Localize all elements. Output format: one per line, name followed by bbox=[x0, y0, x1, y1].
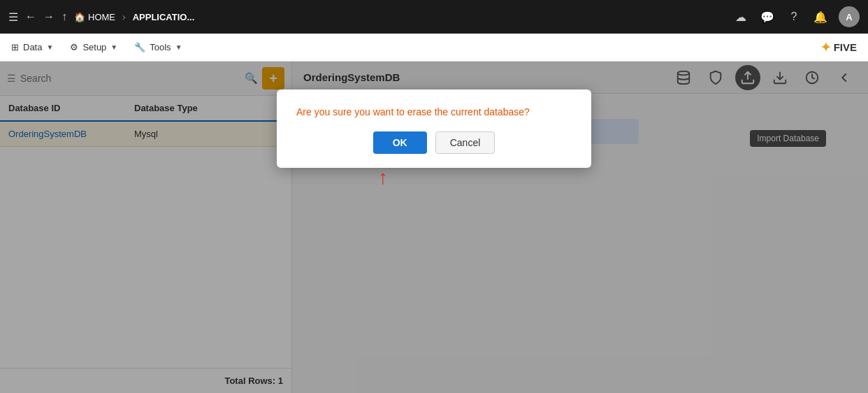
bell-icon[interactable]: 🔔 bbox=[812, 10, 829, 24]
logo-label: FIVE bbox=[834, 41, 857, 53]
tools-icon: 🔧 bbox=[134, 42, 145, 52]
navbar: ☰ ← → ↑ 🏠 HOME › APPLICATIO... ☁ 💬 ? 🔔 A bbox=[0, 0, 868, 34]
ok-button[interactable]: OK bbox=[373, 131, 427, 154]
setup-gear-icon: ⚙ bbox=[70, 42, 78, 52]
data-arrow-icon: ▼ bbox=[46, 43, 53, 51]
chat-icon[interactable]: 💬 bbox=[759, 10, 776, 24]
avatar[interactable]: A bbox=[839, 6, 860, 27]
home-label: HOME bbox=[88, 12, 115, 22]
setup-menu[interactable]: ⚙ Setup ▼ bbox=[70, 42, 117, 52]
toolbar: ⊞ Data ▼ ⚙ Setup ▼ 🔧 Tools ▼ ✦ FIVE bbox=[0, 34, 868, 62]
data-grid-icon: ⊞ bbox=[11, 42, 19, 52]
app-label: APPLICATIO... bbox=[133, 12, 195, 22]
tools-arrow-icon: ▼ bbox=[175, 43, 182, 51]
back-icon[interactable]: ← bbox=[25, 10, 36, 23]
tools-menu[interactable]: 🔧 Tools ▼ bbox=[134, 42, 182, 52]
setup-label: Setup bbox=[82, 42, 106, 52]
data-menu[interactable]: ⊞ Data ▼ bbox=[11, 42, 53, 52]
logo-star-icon: ✦ bbox=[820, 40, 831, 55]
setup-arrow-icon: ▼ bbox=[110, 43, 117, 51]
tools-label: Tools bbox=[150, 42, 171, 52]
up-icon[interactable]: ↑ bbox=[62, 10, 67, 23]
data-label: Data bbox=[23, 42, 42, 52]
five-logo: ✦ FIVE bbox=[820, 40, 857, 55]
nav-separator: › bbox=[122, 11, 126, 22]
home-icon: 🏠 bbox=[74, 12, 85, 22]
confirm-dialog: Are you sure you want to erase the curre… bbox=[277, 90, 591, 168]
forward-icon[interactable]: → bbox=[43, 10, 55, 23]
menu-icon[interactable]: ☰ bbox=[8, 10, 18, 24]
dialog-message: Are you sure you want to erase the curre… bbox=[296, 106, 572, 117]
cloud-icon[interactable]: ☁ bbox=[732, 10, 749, 24]
home-button[interactable]: 🏠 HOME bbox=[74, 12, 115, 22]
navbar-right: ☁ 💬 ? 🔔 A bbox=[732, 6, 860, 27]
help-icon[interactable]: ? bbox=[786, 10, 802, 23]
main-layout: ☰ 🔍 + Database ID Database Type Ordering… bbox=[0, 62, 868, 393]
dialog-overlay: Are you sure you want to erase the curre… bbox=[0, 62, 868, 393]
dialog-buttons: OK Cancel bbox=[296, 131, 572, 154]
cancel-button[interactable]: Cancel bbox=[435, 131, 496, 154]
navbar-left: ☰ ← → ↑ 🏠 HOME › APPLICATIO... bbox=[8, 10, 727, 24]
arrow-indicator: ↑ bbox=[378, 168, 388, 187]
